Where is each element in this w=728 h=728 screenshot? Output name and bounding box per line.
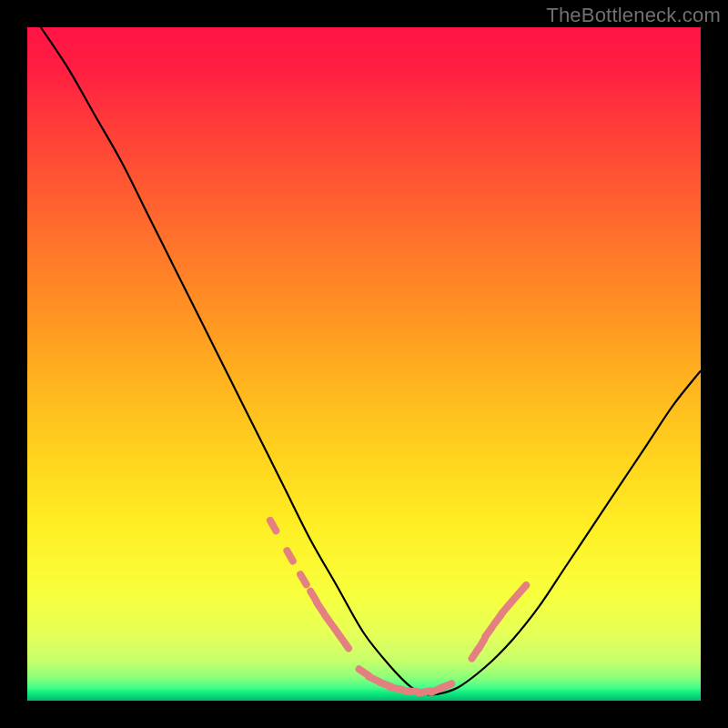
highlight-marker bbox=[405, 691, 417, 692]
highlight-marker bbox=[334, 627, 340, 637]
highlight-marker bbox=[287, 551, 292, 561]
highlight-marker bbox=[300, 574, 307, 584]
highlight-marker bbox=[325, 615, 332, 625]
highlight-marker bbox=[485, 627, 492, 637]
highlight-marker bbox=[270, 521, 276, 531]
highlight-marker bbox=[440, 683, 451, 688]
highlight-marker bbox=[519, 585, 527, 594]
chart-svg bbox=[27, 27, 701, 701]
plot-area bbox=[27, 27, 701, 701]
highlight-markers bbox=[270, 521, 526, 693]
bottleneck-curve-path bbox=[41, 27, 701, 695]
highlight-marker bbox=[390, 688, 402, 690]
watermark-text: TheBottleneck.com bbox=[546, 4, 721, 27]
highlight-marker bbox=[317, 603, 323, 613]
highlight-marker bbox=[342, 639, 349, 649]
chart-frame: TheBottleneck.com bbox=[0, 0, 728, 728]
